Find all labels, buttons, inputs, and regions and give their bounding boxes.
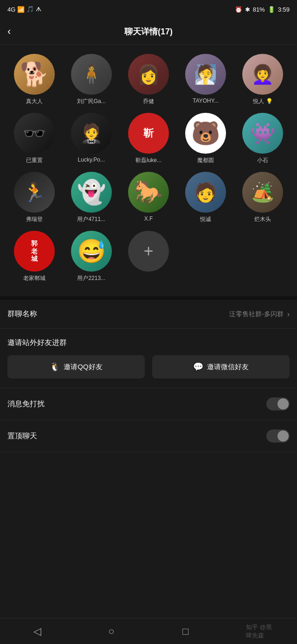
nav-recent-button[interactable]: □ — [172, 622, 200, 641]
avatar: 🧖 — [185, 54, 226, 95]
chevron-right-icon: › — [287, 310, 290, 319]
battery-icon: 🔋 — [268, 6, 275, 13]
member-item[interactable]: 🤵 Lucky.Po... — [65, 113, 118, 164]
member-item[interactable]: 🕶️ 已重置 — [7, 113, 61, 164]
member-item[interactable]: 👩‍🦱 悦人 💡 — [236, 54, 290, 105]
member-name: 用户4711... — [77, 215, 105, 223]
member-item[interactable]: 🐕 真大人 — [7, 54, 61, 105]
avatar: 🧍 — [71, 54, 112, 95]
member-name: 乔健 — [143, 98, 154, 105]
member-name: 烂木头 — [254, 215, 271, 223]
avatar: 👩 — [128, 54, 169, 95]
avatar: 👻 — [71, 172, 112, 213]
member-name: 弗瑞登 — [26, 215, 43, 223]
back-button[interactable]: ‹ — [7, 26, 11, 38]
avatar: 🕶️ — [14, 113, 55, 154]
avatar: 👾 — [242, 113, 283, 154]
group-name-value: 泛零售社群-多闪群 › — [229, 310, 290, 319]
member-name: 老家郸城 — [23, 274, 45, 282]
member-name: 已重置 — [26, 156, 43, 164]
invite-qq-button[interactable]: 🐧 邀请QQ好友 — [7, 355, 145, 378]
settings-section: 群聊名称 泛零售社群-多闪群 › 邀请站外好友进群 🐧 邀请QQ好友 💬 邀请微… — [0, 300, 297, 452]
group-name-row[interactable]: 群聊名称 泛零售社群-多闪群 › — [0, 300, 297, 329]
nav-home-button[interactable]: ○ — [97, 622, 125, 641]
bluetooth-icon: ✱ — [245, 6, 250, 13]
avatar: 靳 — [128, 113, 169, 154]
qq-icon: 🐧 — [50, 362, 60, 372]
status-left: 4G 📶 🎵 ᗑ — [7, 6, 41, 13]
invite-section: 邀请站外好友进群 🐧 邀请QQ好友 💬 邀请微信好友 — [0, 329, 297, 388]
members-grid: 🐕 真大人 🧍 刘广民Ga... 👩 乔健 🧖 TAYOHY... 👩‍🦱 — [7, 54, 290, 282]
header: ‹ 聊天详情(17) — [0, 19, 297, 45]
group-name-label: 群聊名称 — [7, 309, 37, 319]
alarm-icon: ⏰ — [235, 6, 242, 13]
member-name: 靳磊luke... — [136, 156, 161, 164]
toggle-knob — [278, 398, 289, 410]
pin-chat-label: 置顶聊天 — [7, 431, 37, 441]
do-not-disturb-row[interactable]: 消息免打扰 — [0, 388, 297, 420]
members-section: 🐕 真大人 🧍 刘广民Ga... 👩 乔健 🧖 TAYOHY... 👩‍🦱 — [0, 45, 297, 287]
member-item[interactable]: 🐎 X.F — [122, 172, 175, 223]
invite-title: 邀请站外好友进群 — [7, 338, 290, 348]
member-item[interactable]: 🏕️ 烂木头 — [236, 172, 290, 223]
avatar: 🐕 — [14, 54, 55, 95]
avatar: 🏕️ — [242, 172, 283, 213]
member-name: 悦人 💡 — [253, 98, 272, 105]
member-name: Lucky.Po... — [78, 156, 105, 163]
avatar: 🧑 — [185, 172, 226, 213]
pin-chat-row[interactable]: 置顶聊天 — [0, 420, 297, 452]
member-item[interactable]: 🧖 TAYOHY... — [179, 54, 232, 105]
do-not-disturb-label: 消息免打扰 — [7, 399, 45, 409]
member-item[interactable]: 🐻 魔都圆 — [179, 113, 232, 164]
status-bar: 4G 📶 🎵 ᗑ ⏰ ✱ 81% 🔋 3:59 — [0, 0, 297, 19]
avatar: 🤵 — [71, 113, 112, 154]
member-item[interactable]: 👾 小石 — [236, 113, 290, 164]
page-title: 聊天详情(17) — [124, 26, 173, 37]
section-divider — [0, 296, 297, 300]
status-right: ⏰ ✱ 81% 🔋 3:59 — [235, 6, 290, 13]
avatar: 👩‍🦱 — [242, 54, 283, 95]
member-name: 悦诚 — [200, 215, 211, 223]
pin-chat-toggle[interactable] — [266, 429, 290, 442]
member-name: 小石 — [257, 156, 268, 164]
invite-wechat-label: 邀请微信好友 — [207, 363, 249, 371]
member-name: X.F — [144, 215, 153, 222]
member-name: TAYOHY... — [193, 98, 219, 104]
invite-qq-label: 邀请QQ好友 — [64, 363, 102, 371]
avatar: 😅 — [71, 231, 112, 272]
member-name: 魔都圆 — [197, 156, 214, 164]
avatar: 🐎 — [128, 172, 169, 213]
member-name: 用户2213... — [77, 274, 105, 282]
add-member-button[interactable]: + — [128, 231, 169, 272]
wechat-icon: 💬 — [193, 362, 203, 372]
wifi-icon: 📶 — [17, 6, 25, 13]
do-not-disturb-toggle[interactable] — [266, 397, 290, 410]
battery-text: 81% — [253, 6, 265, 13]
member-item[interactable]: 靳 靳磊luke... — [122, 113, 175, 164]
bottom-nav: ◁ ○ □ 知乎 @黑啤先森 — [0, 618, 297, 644]
member-item[interactable]: 🧑 悦诚 — [179, 172, 232, 223]
group-name-text: 泛零售社群-多闪群 — [229, 310, 284, 319]
toggle-knob — [278, 430, 289, 442]
member-item[interactable]: 🧍 刘广民Ga... — [65, 54, 118, 105]
invite-wechat-button[interactable]: 💬 邀请微信好友 — [152, 355, 290, 378]
avatar: 🏃 — [14, 172, 55, 213]
member-item[interactable]: 😅 用户2213... — [65, 231, 118, 282]
signal-icon: 4G — [7, 6, 15, 13]
nav-zhihu-logo: 知乎 @黑啤先森 — [246, 622, 274, 641]
member-item[interactable]: 🏃 弗瑞登 — [7, 172, 61, 223]
time: 3:59 — [278, 6, 290, 13]
avatar: 郭老城 — [14, 231, 55, 272]
extra-icons: 🎵 ᗑ — [26, 6, 41, 13]
member-name: 刘广民Ga... — [77, 98, 106, 105]
avatar: 🐻 — [185, 113, 226, 154]
invite-buttons: 🐧 邀请QQ好友 💬 邀请微信好友 — [7, 355, 290, 378]
nav-back-button[interactable]: ◁ — [23, 622, 51, 641]
add-member-item[interactable]: + — [122, 231, 175, 282]
member-item[interactable]: 👻 用户4711... — [65, 172, 118, 223]
member-item[interactable]: 👩 乔健 — [122, 54, 175, 105]
member-item[interactable]: 郭老城 老家郸城 — [7, 231, 61, 282]
watermark-label: 知乎 @黑啤先森 — [246, 623, 274, 640]
member-name: 真大人 — [26, 98, 43, 105]
